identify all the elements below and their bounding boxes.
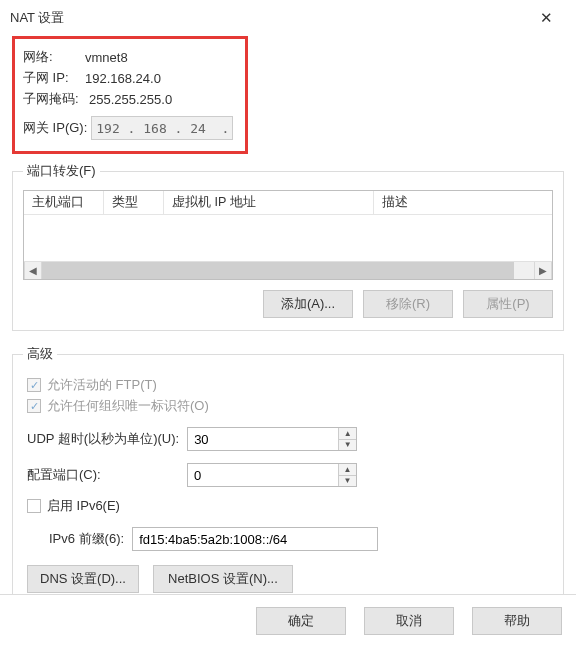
chevron-down-icon[interactable]: ▼ — [339, 440, 356, 451]
advanced-legend: 高级 — [23, 345, 57, 363]
network-value: vmnet8 — [85, 50, 128, 65]
chevron-up-icon[interactable]: ▲ — [339, 464, 356, 476]
checkbox-empty-icon — [27, 499, 41, 513]
subnet-ip-value: 192.168.24.0 — [85, 71, 161, 86]
network-summary-box: 网络: vmnet8 子网 IP: 192.168.24.0 子网掩码: 255… — [12, 36, 248, 154]
subnet-mask-label: 子网掩码: — [23, 90, 85, 108]
config-port-input[interactable] — [188, 464, 338, 486]
ipv6-prefix-input[interactable] — [132, 527, 378, 551]
help-button[interactable]: 帮助 — [472, 607, 562, 635]
check-icon — [27, 399, 41, 413]
allow-active-ftp-checkbox[interactable]: 允许活动的 FTP(T) — [27, 376, 553, 394]
horizontal-scrollbar[interactable]: ◀ ▶ — [24, 261, 552, 279]
table-body — [24, 215, 552, 261]
subnet-ip-label: 子网 IP: — [23, 69, 85, 87]
enable-ipv6-checkbox[interactable]: 启用 IPv6(E) — [27, 497, 553, 515]
ok-button[interactable]: 确定 — [256, 607, 346, 635]
dns-settings-button[interactable]: DNS 设置(D)... — [27, 565, 139, 593]
gateway-label: 网关 IP(G): — [23, 119, 87, 137]
advanced-group: 高级 允许活动的 FTP(T) 允许任何组织唯一标识符(O) UDP 超时(以秒… — [12, 345, 564, 606]
col-desc[interactable]: 描述 — [374, 191, 552, 214]
table-header: 主机端口 类型 虚拟机 IP 地址 描述 — [24, 191, 552, 215]
scroll-right-icon[interactable]: ▶ — [534, 262, 552, 279]
col-vm-ip[interactable]: 虚拟机 IP 地址 — [164, 191, 374, 214]
col-host-port[interactable]: 主机端口 — [24, 191, 104, 214]
chevron-down-icon[interactable]: ▼ — [339, 476, 356, 487]
udp-timeout-label: UDP 超时(以秒为单位)(U): — [27, 430, 179, 448]
col-type[interactable]: 类型 — [104, 191, 164, 214]
network-label: 网络: — [23, 48, 85, 66]
remove-button[interactable]: 移除(R) — [363, 290, 453, 318]
config-port-stepper[interactable]: ▲ ▼ — [187, 463, 357, 487]
netbios-settings-button[interactable]: NetBIOS 设置(N)... — [153, 565, 293, 593]
port-forwarding-legend: 端口转发(F) — [23, 162, 100, 180]
port-forwarding-group: 端口转发(F) 主机端口 类型 虚拟机 IP 地址 描述 ◀ ▶ 添加(A)..… — [12, 162, 564, 331]
config-port-label: 配置端口(C): — [27, 466, 179, 484]
ipv6-prefix-label: IPv6 前缀(6): — [49, 530, 124, 548]
allow-active-ftp-label: 允许活动的 FTP(T) — [47, 376, 157, 394]
udp-timeout-input[interactable] — [188, 428, 338, 450]
scroll-thumb[interactable] — [42, 262, 514, 279]
port-forwarding-table[interactable]: 主机端口 类型 虚拟机 IP 地址 描述 ◀ ▶ — [23, 190, 553, 280]
chevron-up-icon[interactable]: ▲ — [339, 428, 356, 440]
dialog-footer: 确定 取消 帮助 — [0, 594, 576, 647]
add-button[interactable]: 添加(A)... — [263, 290, 353, 318]
enable-ipv6-label: 启用 IPv6(E) — [47, 497, 120, 515]
gateway-ip-input[interactable] — [91, 116, 233, 140]
check-icon — [27, 378, 41, 392]
window-title: NAT 设置 — [10, 9, 526, 27]
subnet-mask-value: 255.255.255.0 — [89, 92, 172, 107]
allow-oui-label: 允许任何组织唯一标识符(O) — [47, 397, 209, 415]
scroll-left-icon[interactable]: ◀ — [24, 262, 42, 279]
properties-button[interactable]: 属性(P) — [463, 290, 553, 318]
close-icon[interactable]: ✕ — [526, 3, 566, 33]
udp-timeout-stepper[interactable]: ▲ ▼ — [187, 427, 357, 451]
allow-oui-checkbox[interactable]: 允许任何组织唯一标识符(O) — [27, 397, 553, 415]
cancel-button[interactable]: 取消 — [364, 607, 454, 635]
titlebar: NAT 设置 ✕ — [0, 0, 576, 36]
